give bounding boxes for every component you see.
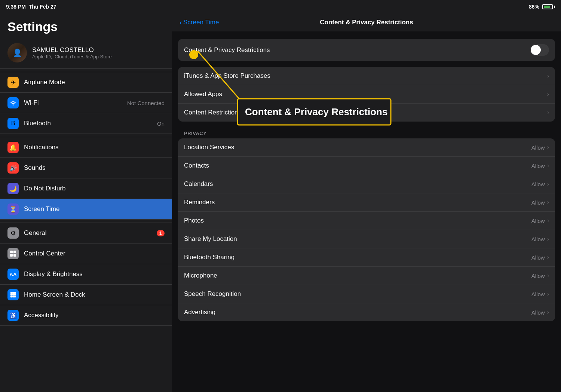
status-time: 9:38 PM Thu Feb 27 (6, 4, 56, 10)
nav-header: ‹ Screen Time Content & Privacy Restrict… (172, 13, 561, 31)
advertising-row[interactable]: Advertising Allow › (178, 303, 555, 321)
speech-recognition-label: Speech Recognition (184, 290, 531, 298)
photos-value: Allow (531, 218, 545, 224)
status-bar-right: 86% (529, 4, 555, 10)
reminders-label: Reminders (184, 199, 531, 206)
sidebar-item-notifications[interactable]: 🔔 Notifications (0, 137, 172, 158)
toggle-knob (531, 45, 541, 55)
itunes-label: iTunes & App Store Purchases (184, 72, 547, 80)
location-services-value: Allow (531, 144, 545, 151)
sidebar-item-screen-time[interactable]: ⏳ Screen Time (0, 199, 172, 219)
sidebar-item-sounds[interactable]: 🔊 Sounds (0, 158, 172, 178)
airplane-mode-icon: ✈ (7, 77, 19, 88)
sidebar-bottom-group: ⚙ General 1 Control Center AA Display & (0, 223, 172, 326)
svg-point-8 (12, 294, 14, 296)
user-name: SAMUEL COSTELLO (32, 46, 112, 54)
speech-recognition-value: Allow (531, 291, 545, 297)
microphone-row[interactable]: Microphone Allow › (178, 267, 555, 285)
back-label: Screen Time (183, 19, 219, 26)
sidebar-item-label: Home Screen & Dock (24, 291, 165, 298)
user-subtitle: Apple ID, iCloud, iTunes & App Store (32, 54, 112, 59)
speech-recognition-row[interactable]: Speech Recognition Allow › (178, 285, 555, 303)
privacy-restrictions-toggle-row: Content & Privacy Restrictions (178, 39, 555, 61)
screen-time-icon: ⏳ (7, 203, 19, 215)
nav-title: Content & Privacy Restrictions (320, 19, 413, 26)
share-my-location-value: Allow (531, 236, 545, 242)
location-services-row[interactable]: Location Services Allow › (178, 138, 555, 157)
svg-point-5 (12, 292, 14, 294)
sidebar-item-label: Bluetooth (24, 120, 152, 127)
general-icon: ⚙ (7, 227, 19, 239)
sidebar-item-label: Airplane Mode (24, 79, 165, 86)
content-restrictions-row[interactable]: Content Restrictions › (178, 104, 555, 122)
advertising-value: Allow (531, 309, 545, 316)
home-screen-dock-icon (7, 289, 19, 300)
back-button[interactable]: ‹ Screen Time (180, 19, 219, 27)
sounds-icon: 🔊 (7, 162, 19, 174)
reminders-value: Allow (531, 199, 545, 206)
microphone-value: Allow (531, 273, 545, 279)
svg-rect-2 (10, 254, 13, 257)
allowed-apps-row[interactable]: Allowed Apps › (178, 85, 555, 104)
sidebar-item-label: Notifications (24, 144, 165, 151)
contacts-chevron-icon: › (547, 162, 549, 169)
sidebar-middle-group: 🔔 Notifications 🔊 Sounds 🌙 Do Not Distur… (0, 137, 172, 220)
sidebar-item-label: Do Not Disturb (24, 185, 165, 192)
sidebar-item-wifi[interactable]: Wi-Fi Not Connected (0, 93, 172, 113)
sidebar-item-display-brightness[interactable]: AA Display & Brightness (0, 264, 172, 285)
sidebar-item-control-center[interactable]: Control Center (0, 244, 172, 264)
reminders-row[interactable]: Reminders Allow › (178, 193, 555, 212)
sidebar-item-label: General (24, 229, 151, 237)
sidebar-item-home-screen-dock[interactable]: Home Screen & Dock (0, 285, 172, 305)
photos-chevron-icon: › (547, 217, 549, 224)
speech-recognition-chevron-icon: › (547, 291, 549, 297)
itunes-row[interactable]: iTunes & App Store Purchases › (178, 67, 555, 85)
contacts-label: Contacts (184, 162, 531, 169)
privacy-restrictions-toggle[interactable] (530, 44, 549, 56)
general-badge: 1 (157, 230, 165, 236)
user-profile[interactable]: 👤 SAMUEL COSTELLO Apple ID, iCloud, iTun… (0, 39, 172, 69)
reminders-chevron-icon: › (547, 199, 549, 206)
allowed-apps-chevron-icon: › (547, 91, 549, 98)
photos-label: Photos (184, 217, 531, 224)
sidebar-item-do-not-disturb[interactable]: 🌙 Do Not Disturb (0, 178, 172, 199)
privacy-section-header: PRIVACY (178, 128, 555, 138)
allowed-apps-label: Allowed Apps (184, 91, 547, 98)
content-restrictions-label: Content Restrictions (184, 109, 547, 116)
sidebar-item-label: Display & Brightness (24, 270, 165, 278)
avatar: 👤 (7, 43, 27, 62)
calendars-row[interactable]: Calendars Allow › (178, 175, 555, 193)
sidebar-top-group: ✈ Airplane Mode Wi-Fi Not Connected B Bl… (0, 72, 172, 134)
contacts-value: Allow (531, 163, 545, 169)
share-my-location-row[interactable]: Share My Location Allow › (178, 230, 555, 248)
calendars-value: Allow (531, 181, 545, 187)
svg-rect-1 (13, 251, 16, 253)
top-settings-group: iTunes & App Store Purchases › Allowed A… (178, 67, 555, 122)
microphone-chevron-icon: › (547, 272, 549, 279)
battery-icon (542, 4, 555, 9)
svg-point-12 (14, 296, 16, 298)
share-my-location-label: Share My Location (184, 235, 531, 243)
notifications-icon: 🔔 (7, 142, 19, 153)
photos-row[interactable]: Photos Allow › (178, 212, 555, 230)
back-chevron-icon: ‹ (180, 19, 182, 27)
svg-point-11 (12, 296, 14, 298)
bluetooth-sharing-value: Allow (531, 254, 545, 261)
contacts-row[interactable]: Contacts Allow › (178, 157, 555, 175)
svg-rect-0 (10, 251, 13, 253)
bluetooth-sharing-row[interactable]: Bluetooth Sharing Allow › (178, 248, 555, 267)
sidebar-item-airplane-mode[interactable]: ✈ Airplane Mode (0, 72, 172, 93)
sidebar-item-label: Wi-Fi (24, 99, 122, 107)
user-info: SAMUEL COSTELLO Apple ID, iCloud, iTunes… (32, 46, 112, 59)
sidebar-item-general[interactable]: ⚙ General 1 (0, 223, 172, 244)
wifi-value: Not Connected (127, 100, 165, 106)
control-center-icon (7, 248, 19, 259)
sidebar-item-label: Screen Time (24, 205, 165, 213)
itunes-chevron-icon: › (547, 73, 549, 79)
sidebar-item-label: Sounds (24, 164, 165, 172)
right-panel: ‹ Screen Time Content & Privacy Restrict… (172, 13, 561, 392)
status-bar: 9:38 PM Thu Feb 27 86% (0, 0, 561, 13)
sidebar-item-accessibility[interactable]: ♿ Accessibility (0, 305, 172, 325)
sidebar-item-bluetooth[interactable]: B Bluetooth On (0, 113, 172, 134)
calendars-chevron-icon: › (547, 181, 549, 187)
